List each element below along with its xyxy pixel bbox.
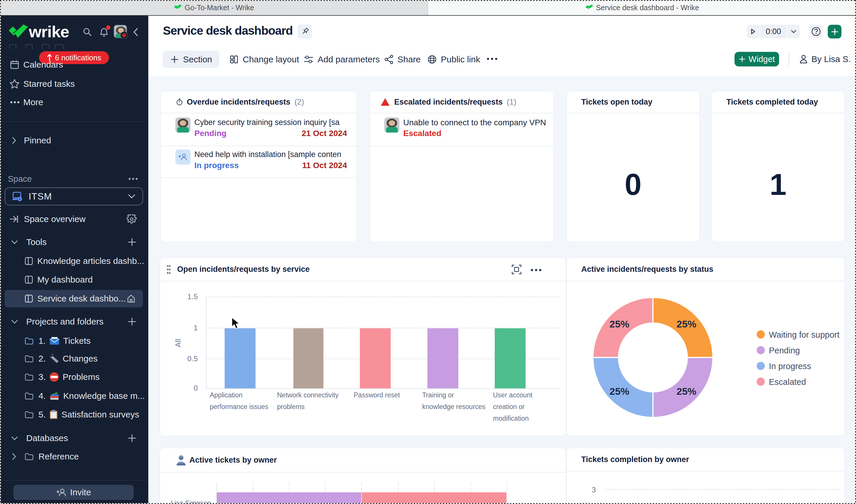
svg-text:25%: 25%: [677, 386, 696, 397]
svg-text:25%: 25%: [609, 386, 629, 397]
svg-text:25%: 25%: [609, 319, 629, 329]
svg-text:25%: 25%: [677, 319, 696, 329]
